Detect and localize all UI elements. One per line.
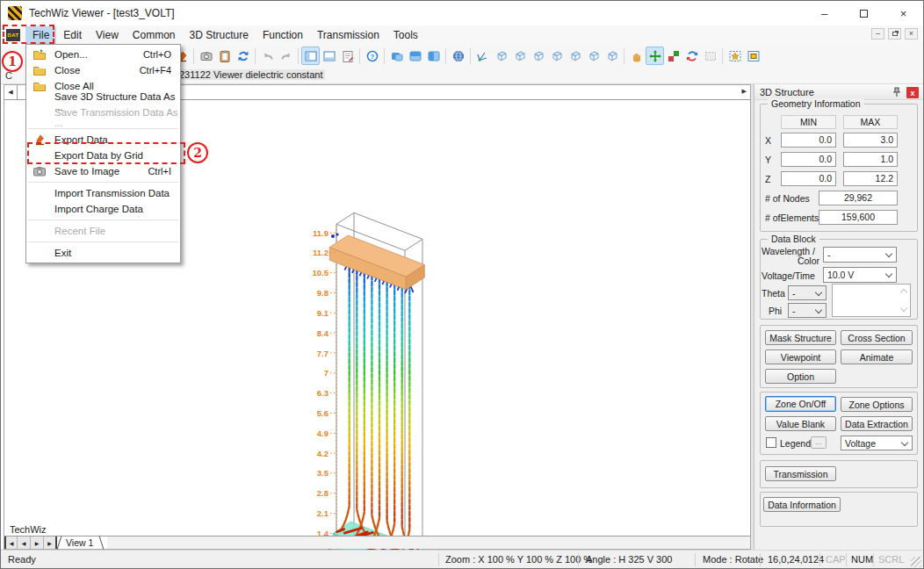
zone-box-icon[interactable]	[744, 47, 762, 65]
menu-function[interactable]: Function	[256, 26, 310, 44]
undo-icon[interactable]	[258, 47, 277, 65]
svg-text:11.9: 11.9	[313, 228, 328, 238]
zone-gear-icon[interactable]	[725, 47, 744, 65]
resize-grip[interactable]	[911, 557, 921, 567]
zone-onoff-button[interactable]: Zone On/Off	[765, 396, 836, 412]
display-mode-select[interactable]: Voltage	[841, 436, 913, 450]
axis-icon[interactable]	[473, 47, 492, 65]
scroll-left-icon[interactable]: ◀	[4, 85, 18, 99]
file-menu-item-save-to-image[interactable]: Save to ImageCtrl+I	[26, 163, 180, 179]
cube-view-7-icon[interactable]	[603, 47, 621, 65]
tab-next-icon[interactable]: ▶	[31, 537, 44, 549]
file-menu-item-import-charge-data[interactable]: Import Charge Data	[26, 201, 180, 217]
animate-button[interactable]: Animate	[841, 349, 913, 364]
cube-view-1-icon[interactable]	[492, 47, 510, 65]
pin-icon[interactable]	[892, 87, 902, 97]
value-blank-button[interactable]: Value Blank	[765, 416, 836, 431]
nodes-value: 29,962	[819, 191, 898, 205]
tab-last-icon[interactable]: ▶	[44, 537, 57, 549]
cube-view-5-icon[interactable]	[566, 47, 584, 65]
tab-prev-icon[interactable]: ◀	[18, 537, 31, 549]
file-menu-item-import-transmission-data[interactable]: Import Transmission Data	[26, 185, 180, 201]
toolbar-separator	[255, 48, 256, 64]
angle-listbox[interactable]	[832, 284, 911, 317]
cross-section-button[interactable]: Cross Section	[841, 330, 913, 345]
title-bar: TechWiz Viewer - [test3_VOLT] – ×	[1, 1, 923, 25]
legend-checkbox[interactable]	[766, 437, 776, 448]
svg-text:2.1: 2.1	[317, 508, 329, 518]
menu-separator	[28, 220, 178, 220]
info-icon[interactable]: ?	[363, 47, 381, 65]
theta-select[interactable]: -	[788, 285, 827, 300]
paste-icon[interactable]	[215, 47, 234, 65]
notes-icon[interactable]	[338, 47, 357, 65]
zone-options-button[interactable]: Zone Options	[841, 397, 913, 412]
menu-item-label: Import Transmission Data	[54, 188, 170, 198]
wavelength-select[interactable]: -	[823, 247, 897, 263]
legend-more-button[interactable]: ...	[811, 436, 827, 449]
rotate-icon[interactable]	[682, 47, 701, 65]
z-max-value: 12.2	[843, 171, 898, 186]
status-num-key: NUM	[851, 554, 873, 565]
min-header: MIN	[781, 115, 836, 129]
svg-text:7.7: 7.7	[317, 349, 328, 358]
menu-tools[interactable]: Tools	[386, 26, 425, 44]
file-path-text: 231122 Viewer dielectric constant	[177, 69, 325, 80]
menu-common[interactable]: Common	[126, 26, 183, 44]
app-window: TechWiz Viewer - [test3_VOLT] – × DAT Fi…	[0, 0, 924, 569]
minimize-button[interactable]: –	[805, 1, 844, 25]
data-extraction-button[interactable]: Data Extraction	[841, 416, 913, 431]
elements-label: # ofElements	[765, 212, 819, 223]
scale-icon[interactable]	[664, 47, 682, 65]
3d-scene[interactable]: 11.911.210.59.89.18.47.776.35.64.94.23.5…	[294, 199, 470, 569]
cube-view-3-icon[interactable]	[529, 47, 547, 65]
globe-icon[interactable]	[449, 47, 467, 65]
folder-icon	[32, 63, 47, 77]
move-icon[interactable]	[646, 47, 664, 65]
view-cascade-icon[interactable]	[387, 47, 406, 65]
status-angle: Angle : H 325 V 300	[586, 554, 672, 565]
menu-edit[interactable]: Edit	[56, 26, 89, 44]
option-button[interactable]: Option	[765, 369, 836, 384]
refresh-icon[interactable]	[234, 47, 252, 65]
menu-transmission[interactable]: Transmission	[310, 26, 386, 44]
close-panel-icon[interactable]: x	[906, 87, 919, 98]
view-split-v-icon[interactable]	[424, 47, 443, 65]
mdi-minimize-button[interactable]: –	[871, 28, 884, 40]
screenshot-icon[interactable]	[197, 47, 215, 65]
file-menu-item-exit[interactable]: Exit	[26, 245, 180, 261]
z-label: Z	[765, 174, 770, 184]
maximize-button[interactable]	[844, 1, 884, 25]
view-tab[interactable]: View 1	[57, 537, 107, 549]
mdi-close-button[interactable]: ×	[905, 28, 918, 40]
panel-bottom-icon[interactable]	[320, 47, 338, 65]
viewpoint-button[interactable]: Viewpoint	[765, 349, 836, 364]
window-title: TechWiz Viewer - [test3_VOLT]	[29, 7, 175, 19]
menu-view[interactable]: View	[89, 26, 126, 44]
view-split-h-icon[interactable]	[406, 47, 424, 65]
status-bar: Ready Zoom : X 100 % Y 100 % Z 100 % Ang…	[1, 550, 923, 569]
tab-first-icon[interactable]: ◀	[4, 537, 18, 549]
file-menu-item-open[interactable]: Open...Ctrl+O	[26, 47, 180, 62]
cube-view-4-icon[interactable]	[547, 47, 566, 65]
voltage-select[interactable]: 10.0 V	[823, 267, 897, 283]
panel-layout-icon[interactable]	[301, 47, 320, 65]
file-menu-item-close[interactable]: CloseCtrl+F4	[26, 62, 180, 78]
cube-view-6-icon[interactable]	[584, 47, 603, 65]
transmission-button[interactable]: Transmission	[765, 466, 836, 481]
close-button[interactable]: ×	[884, 1, 923, 25]
menu-separator	[28, 182, 178, 183]
mdi-restore-button[interactable]	[888, 28, 901, 40]
mask-structure-button[interactable]: Mask Structure	[765, 330, 836, 345]
pan-hand-icon[interactable]	[627, 47, 646, 65]
redo-icon[interactable]	[277, 47, 295, 65]
cube-view-2-icon[interactable]	[510, 47, 529, 65]
select-off-icon[interactable]	[701, 47, 719, 65]
scroll-right-icon[interactable]: ▶	[742, 88, 747, 95]
menu-item-shortcut: Ctrl+I	[148, 166, 171, 176]
phi-select[interactable]: -	[788, 303, 827, 318]
menu-3d-structure[interactable]: 3D Structure	[183, 26, 256, 44]
3d-structure-panel: 3D Structure x Geometry Information MIN …	[754, 84, 923, 550]
elements-value: 159,600	[819, 210, 898, 225]
data-information-button[interactable]: Data Information	[763, 497, 841, 512]
